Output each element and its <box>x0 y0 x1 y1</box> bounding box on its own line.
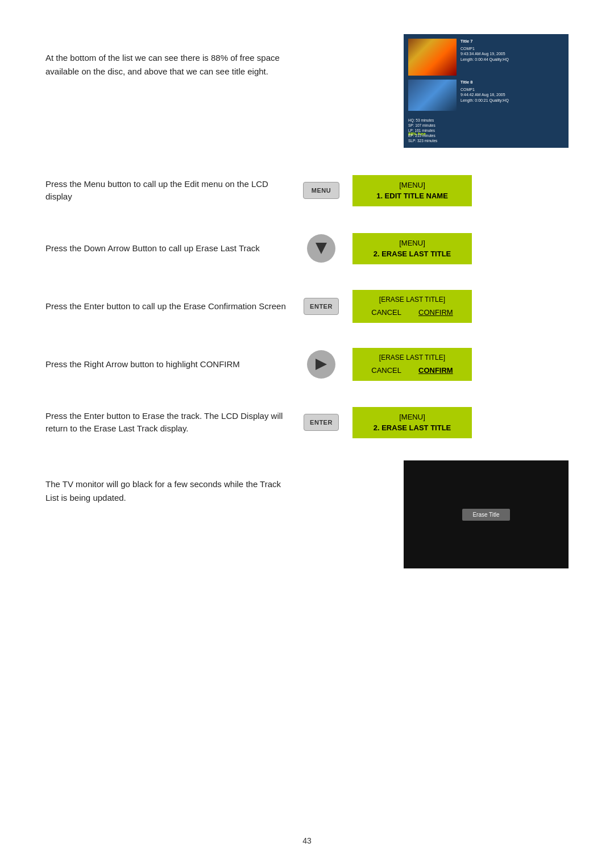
lcd-col-down: [MENU] 2. ERASE LAST TITLE <box>352 233 489 264</box>
dvd-screenshot: Title 7 COMP1 9:43:34 AM Aug 19, 2005 Le… <box>404 34 569 148</box>
lcd-col-menu: [MENU] 1. EDIT TITLE NAME <box>352 175 489 206</box>
down-arrow-container[interactable] <box>307 234 335 263</box>
lcd-menu: [MENU] 1. EDIT TITLE NAME <box>352 175 472 206</box>
row-down: Press the Down Arrow Button to call up E… <box>45 229 569 268</box>
lcd-col-right: [ERASE LAST TITLE] CANCEL CONFIRM <box>352 348 489 381</box>
menu-button[interactable]: MENU <box>303 182 339 199</box>
comp1-2-label: COMP1 <box>460 87 564 93</box>
screenshot-area: Title 7 COMP1 9:43:34 AM Aug 19, 2005 Le… <box>290 34 569 148</box>
lcd-right-row: CANCEL CONFIRM <box>371 365 453 376</box>
button-col-menu: MENU <box>290 182 352 199</box>
length2-label: Length: 0:00:21 Quality:HQ <box>460 98 564 103</box>
lcd-confirm-1: CONFIRM <box>418 307 453 318</box>
dvd-text-block-1: Title 7 COMP1 9:43:34 AM Aug 19, 2005 Le… <box>460 39 564 63</box>
title8-label: Title 8 <box>460 80 564 86</box>
svg-marker-0 <box>316 243 327 254</box>
lcd-col-enter1: [ERASE LAST TITLE] CANCEL CONFIRM <box>352 290 489 323</box>
thumbnail-2 <box>408 80 457 111</box>
time-info: HQ: 53 minutes SP: 107 minutes LP: 161 m… <box>408 118 564 143</box>
button-col-enter2: ENTER <box>290 414 352 431</box>
row-menu-text: Press the Menu button to call up the Edi… <box>45 178 290 203</box>
lcd-enter2-line2: 2. ERASE LAST TITLE <box>374 422 451 434</box>
row-menu: Press the Menu button to call up the Edi… <box>45 171 569 210</box>
lcd-down-line1: [MENU] <box>399 238 425 249</box>
thumbnail-1 <box>408 39 457 76</box>
button-col-right <box>290 350 352 379</box>
enter-button-2[interactable]: ENTER <box>304 414 339 431</box>
lcd-menu-line1: [MENU] <box>399 180 425 191</box>
lcd-cancel-2: CANCEL <box>371 365 401 376</box>
title7-label: Title 7 <box>460 39 564 45</box>
row-enter2-text: Press the Enter button to Erase the trac… <box>45 410 290 435</box>
row-enter1: Press the Enter button to call up the Er… <box>45 286 569 326</box>
row-down-text: Press the Down Arrow Button to call up E… <box>45 242 290 255</box>
row-tv-text: The TV monitor will go black for a few s… <box>45 460 290 505</box>
svg-marker-1 <box>316 359 327 370</box>
dvd-text-block-2: Title 8 COMP1 9:44:42 AM Aug 18, 2005 Le… <box>460 80 564 103</box>
lcd-down-line2: 2. ERASE LAST TITLE <box>374 248 451 260</box>
lcd-enter2-line1: [MENU] <box>399 412 425 423</box>
page: At the bottom of the list we can see the… <box>0 0 614 868</box>
lcd-enter2: [MENU] 2. ERASE LAST TITLE <box>352 407 472 438</box>
down-arrow-icon <box>313 240 330 257</box>
enter-button-1[interactable]: ENTER <box>304 298 339 315</box>
button-col-enter1: ENTER <box>290 298 352 315</box>
lcd-col-enter2: [MENU] 2. ERASE LAST TITLE <box>352 407 489 438</box>
comp1-label: COMP1 <box>460 46 564 52</box>
time1-label: 9:43:34 AM Aug 19, 2005 <box>460 51 564 57</box>
tv-erase-label: Erase Title <box>462 509 509 521</box>
right-arrow-container[interactable] <box>307 350 335 379</box>
row-tv: The TV monitor will go black for a few s… <box>45 460 569 568</box>
slp-label: SLP: 323 minutes <box>408 138 564 143</box>
row-right-text: Press the Right Arrow button to highligh… <box>45 358 290 371</box>
ep-label: EP: 215 minutes <box>408 133 564 138</box>
lcd-enter1-row: CANCEL CONFIRM <box>371 307 453 318</box>
page-number: 43 <box>0 836 614 845</box>
row-enter1-text: Press the Enter button to call up the Er… <box>45 300 290 313</box>
right-arrow-icon <box>313 356 330 373</box>
tv-display: Erase Title <box>404 460 569 568</box>
lcd-right-line1: [ERASE LAST TITLE] <box>379 352 445 363</box>
row-screenshot: At the bottom of the list we can see the… <box>45 34 569 148</box>
tv-screen-area: Erase Title <box>290 460 569 568</box>
row-screenshot-text: At the bottom of the list we can see the… <box>45 34 290 78</box>
row-enter2: Press the Enter button to Erase the trac… <box>45 402 569 442</box>
lcd-enter1: [ERASE LAST TITLE] CANCEL CONFIRM <box>352 290 472 323</box>
hq-label: HQ: 53 minutes <box>408 118 564 123</box>
row-right: Press the Right Arrow button to highligh… <box>45 344 569 384</box>
lcd-confirm-2: CONFIRM <box>418 365 453 376</box>
button-col-down <box>290 234 352 263</box>
time2-label: 9:44:42 AM Aug 18, 2005 <box>460 92 564 98</box>
lcd-menu-line2: 1. EDIT TITLE NAME <box>376 190 448 202</box>
lcd-cancel-1: CANCEL <box>371 307 401 318</box>
lp-label: LP: 161 minutes <box>408 128 564 133</box>
lcd-enter1-line1: [ERASE LAST TITLE] <box>379 294 445 305</box>
length1-label: Length: 0:00:44 Quality:HQ <box>460 57 564 63</box>
sp-label: SP: 107 minutes <box>408 123 564 128</box>
lcd-down: [MENU] 2. ERASE LAST TITLE <box>352 233 472 264</box>
lcd-right: [ERASE LAST TITLE] CANCEL CONFIRM <box>352 348 472 381</box>
